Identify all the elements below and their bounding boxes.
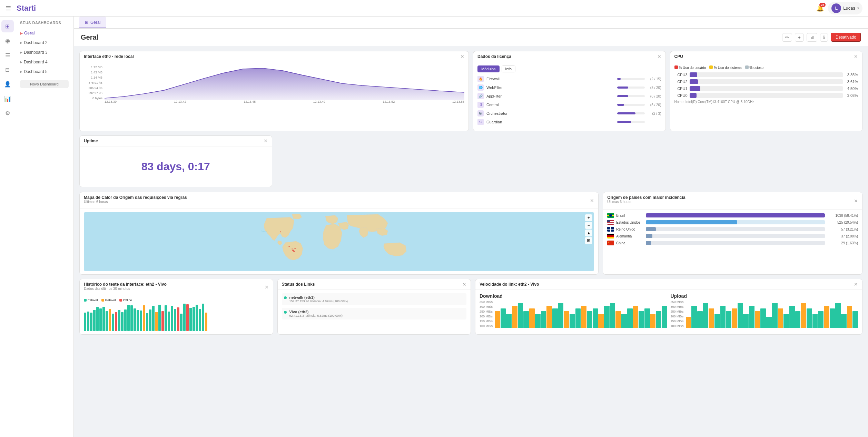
history-bar [155,312,158,331]
sidebar-item-arrow: ▶ [20,51,22,54]
tab-geral[interactable]: ⊞ Geral [79,17,106,28]
upload-bar [772,303,778,328]
widget-eth0: Interface eth0 - rede local ✕ 1.72 MB 1.… [79,51,469,131]
history-bar [183,304,186,331]
unstable-label: Instável [105,298,116,302]
license-row-control: 🎛 Control (5 / 20) [477,102,661,108]
sidebar-icon-security[interactable]: ⊟ [1,63,14,76]
edit-button[interactable]: ✏ [782,33,792,42]
upload-bar [812,314,818,328]
speed-grid: Download 350 MB/s 300 MB/s 250 MB/s 200 … [480,293,858,328]
sidebar-icons: ⊞ ◉ ☰ ⊟ 👤 📊 ⚙ [0,17,15,437]
download-bar [558,303,564,328]
page-title: Geral [81,33,98,41]
upload-title: Upload [671,293,858,299]
sidebar-item-geral[interactable]: ▶ Geral [15,28,73,38]
widget-license-close[interactable]: ✕ [657,54,661,59]
menu-icon[interactable]: ☰ [6,4,11,12]
widget-countries-title-area: Origem de países com maior incidência Úl… [607,195,685,206]
sidebar-item-dashboard4[interactable]: ▶ Dashboard 4 [15,57,73,67]
license-bar-track [617,112,645,114]
system-dot [709,65,713,69]
avatar: L [831,3,841,13]
license-bar-fill [617,112,636,114]
country-name-uk: Reino Unido [616,227,644,231]
license-bar-fill [617,87,628,89]
download-bar [610,303,615,328]
upload-bar [726,311,731,328]
bottom-row: Histórico do teste da interface: eth2 - … [74,279,868,339]
cpu1-value: 4.50% [845,87,858,91]
sidebar-item-label: Dashboard 2 [24,40,48,45]
license-row-guardian: 🛡 Guardian [477,119,661,125]
history-bar [158,305,161,331]
zoom-in-button[interactable]: + [585,214,592,221]
sidebar-item-label: Dashboard 3 [24,50,48,55]
sidebar-icon-dashboard[interactable]: ⊞ [1,20,14,32]
user-menu[interactable]: L Lucas ▾ [828,2,862,14]
cpu0-value: 3.08% [845,93,858,98]
download-section: Download 350 MB/s 300 MB/s 250 MB/s 200 … [480,293,667,328]
country-name-cn: China [616,241,644,245]
us-bar-track [646,220,825,224]
widget-history-close[interactable]: ✕ [265,285,269,289]
svg-text:Ocean: Ocean [261,230,267,232]
widget-speed-close[interactable]: ✕ [854,282,858,287]
license-tab-modulos[interactable]: Módulos [477,65,500,72]
sidebar-item-dashboard2[interactable]: ▶ Dashboard 2 [15,38,73,48]
cpu3-label: CPU3 [674,73,688,77]
widget-links-close[interactable]: ✕ [462,282,466,287]
history-chart [84,303,269,331]
widget-license-header: Dados da licença ✕ [473,51,665,62]
widget-eth0-close[interactable]: ✕ [460,54,464,59]
widget-eth0-title: Interface eth0 - rede local [84,54,134,59]
history-bar [134,308,136,331]
monitor-button[interactable]: 🖥 [807,33,817,42]
cpu3-fill [690,72,697,77]
zoom-reset-button[interactable]: ▲ [585,230,592,236]
control-icon: 🎛 [477,102,484,108]
sidebar-icon-settings[interactable]: ⚙ [1,107,14,119]
svg-point-7 [280,231,281,232]
sidebar-item-dashboard5[interactable]: ▶ Dashboard 5 [15,67,73,77]
widget-cpu-body: % Uso do usuário % Uso do sistema % ocio… [670,62,862,107]
vivo-meta: 92.41.15.3 latência: 5.52ms (100.00%) [289,314,465,317]
info-button[interactable]: ℹ [820,33,828,42]
zoom-out-button[interactable]: − [585,222,592,229]
sidebar-icon-network[interactable]: ◉ [1,34,14,47]
us-bar-fill [646,220,737,224]
notifications-button[interactable]: 🔔 28 [816,4,824,12]
download-bar [546,306,552,328]
history-bar [177,307,179,331]
license-name: Firewall [486,77,614,81]
widget-cpu-close[interactable]: ✕ [854,54,858,59]
widget-eth0-header: Interface eth0 - rede local ✕ [80,51,468,62]
license-bar-track [617,78,645,80]
upload-bar [743,314,749,328]
widget-uptime-body: 83 days, 0:17 [80,146,272,187]
new-dashboard-button[interactable]: Novo Dashboard [20,80,69,88]
uk-count: 57 (3.21%) [827,227,858,231]
sidebar-icon-list[interactable]: ☰ [1,49,14,61]
stable-dot [84,299,87,302]
user-dot [674,65,678,69]
disable-button[interactable]: Desativado [831,33,861,42]
download-bar [621,314,627,328]
sidebar-icon-data[interactable]: 📊 [1,92,14,105]
history-bar [84,313,86,331]
widget-uptime-close[interactable]: ✕ [264,139,268,143]
download-bar [564,311,569,328]
add-button[interactable]: + [795,33,804,42]
license-tab-info[interactable]: Info [502,65,515,72]
widget-countries-close[interactable]: ✕ [854,199,858,203]
brasil-bar-fill [646,213,825,217]
sidebar-icon-users[interactable]: 👤 [1,78,14,90]
widget-map-close[interactable]: ✕ [590,198,594,203]
widget-links-title: Status dos Links [282,282,315,287]
upload-bar [760,308,766,328]
sidebar-item-dashboard3[interactable]: ▶ Dashboard 3 [15,48,73,57]
widget-map-header: Mapa de Calor da Origem das requisições … [80,192,598,209]
upload-bar [697,311,703,328]
upload-bar [795,311,801,328]
map-layers-button[interactable]: ⊞ [585,237,592,244]
